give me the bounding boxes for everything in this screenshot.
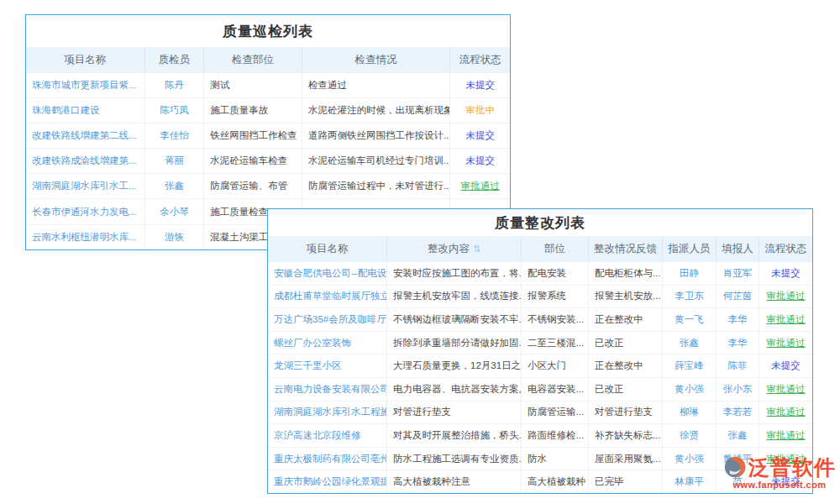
- cell-part: 不锈钢安装...: [522, 308, 589, 331]
- cell-project[interactable]: 珠海鹤港口建设: [26, 98, 145, 123]
- column-header-status: 流程状态: [450, 47, 510, 72]
- table-row: 湖南洞庭湖水库引水工程施工I标对管进行垫支防腐管运输...对管进行垫支柳琳李若若…: [268, 401, 812, 424]
- quality-rectification-table-panel: 质量整改列表 项目名称整改内容⇅部位整改情况反馈指派人员填报人流程状态 安徽合肥…: [267, 208, 813, 494]
- sort-icon[interactable]: ⇅: [473, 244, 480, 254]
- column-header-label: 填报人: [722, 242, 753, 256]
- cell-project[interactable]: 长春市伊通河水力发电...: [26, 199, 145, 223]
- column-header-reporter: 填报人: [717, 236, 759, 261]
- cell-content: 对管进行垫支: [387, 402, 522, 424]
- cell-part: 防水: [522, 448, 589, 470]
- cell-assignee: 黄小强: [663, 448, 717, 470]
- cell-content: 拆除到承重墙部分请做好加固...: [387, 332, 522, 354]
- cell-project[interactable]: 湖南洞庭湖水库引水工程施工I标: [268, 402, 387, 424]
- cell-project[interactable]: 螺丝厂办公室装饰: [268, 332, 387, 354]
- cell-status[interactable]: 未提交: [450, 73, 510, 97]
- cell-inspector: 蒋丽: [145, 149, 205, 173]
- cell-inspector: 李佳怡: [145, 123, 205, 148]
- column-header-part: 部位: [522, 236, 589, 261]
- cell-content: 报警主机安放牢固，线缆连接...: [387, 286, 522, 308]
- table-row: 螺丝厂办公室装饰拆除到承重墙部分请做好加固...二至三楼混...已改正张鑫李华审…: [268, 331, 812, 354]
- cell-situation: 检查通过: [302, 73, 450, 97]
- cell-project[interactable]: 龙湖三千里小区: [268, 354, 387, 377]
- cell-situation: 水泥砼运输车司机经过专门培训...: [302, 149, 450, 173]
- cell-feedback: 报警主机安放...: [589, 286, 663, 308]
- column-header-label: 流程状态: [765, 242, 807, 256]
- column-header-content[interactable]: 整改内容⇅: [387, 236, 522, 261]
- cell-project[interactable]: 重庆市鹅岭公园绿化景观提升...: [268, 470, 387, 493]
- column-header-label: 整改情况反馈: [594, 242, 657, 256]
- cell-assignee: 徐贤: [663, 424, 717, 447]
- cell-project[interactable]: 珠海市城市更新项目紫...: [26, 73, 145, 97]
- cell-part: 二至三楼混...: [522, 332, 589, 354]
- cell-feedback: 已改正: [589, 332, 663, 354]
- column-header-label: 指派人员: [669, 242, 711, 256]
- cell-part: 防腐管运输...: [522, 402, 589, 424]
- cell-part: 铁丝网围挡工作检查: [204, 123, 302, 148]
- cell-status[interactable]: 未提交: [450, 149, 510, 173]
- table-row: 京沪高速北京段维修对其及时开展整治措施，桥头...路面维修检...补齐缺失标志.…: [268, 423, 812, 447]
- cell-reporter: 李华: [717, 332, 759, 354]
- column-header-project: 项目名称: [26, 47, 145, 72]
- cell-project[interactable]: 湖南洞庭湖水库引水工...: [26, 174, 145, 198]
- cell-status[interactable]: 审批通过: [759, 286, 812, 308]
- cell-status[interactable]: 审批通过: [450, 174, 510, 198]
- fanpu-website-url: www.fanpusoft.com: [733, 480, 827, 490]
- cell-project[interactable]: 云南电力设备安装有限公司20...: [268, 378, 387, 401]
- cell-project[interactable]: 改建铁路成渝线增建第...: [26, 149, 145, 173]
- cell-inspector: 张鑫: [145, 174, 205, 198]
- cell-project[interactable]: 万达广场35#会所及咖啡厅空...: [268, 308, 387, 331]
- cell-content: 电力电容器、电抗器安装方案,...: [387, 378, 522, 401]
- cell-project[interactable]: 改建铁路线增建第二线...: [26, 123, 145, 148]
- cell-project[interactable]: 重庆太极制药有限公司亳州中...: [268, 448, 387, 470]
- column-header-label: 整改内容: [428, 242, 470, 256]
- cell-status[interactable]: 未提交: [759, 262, 812, 285]
- cell-reporter: 张鑫: [717, 424, 759, 447]
- column-header-label: 流程状态: [459, 53, 501, 67]
- cell-part: 防腐管运输、布管: [204, 174, 302, 198]
- fanpu-brand-text: 泛普软件: [748, 457, 836, 478]
- cell-status[interactable]: 审批中: [450, 98, 510, 123]
- cell-project[interactable]: 成都杜甫草堂临时展厅独立展...: [268, 286, 387, 308]
- cell-part: 报警系统: [522, 286, 589, 308]
- cell-part: 施工质量事故: [204, 98, 302, 123]
- cell-content: 对其及时开展整治措施，桥头...: [387, 424, 522, 447]
- cell-feedback: 对管进行垫支: [589, 402, 663, 424]
- cell-feedback: 已改正: [589, 378, 663, 401]
- cell-content: 不锈钢边框玻璃隔断安装不牢...: [387, 308, 522, 331]
- column-header-status: 流程状态: [759, 236, 812, 261]
- table-row: 云南电力设备安装有限公司20...电力电容器、电抗器安装方案,...电容器安装.…: [268, 377, 812, 401]
- cell-status[interactable]: 审批通过: [759, 332, 812, 354]
- cell-status[interactable]: 审批通过: [759, 424, 812, 447]
- cell-content: 防水工程施工选调有专业资质...: [387, 448, 522, 470]
- cell-project[interactable]: 京沪高速北京段维修: [268, 424, 387, 447]
- cell-assignee: 林康平: [663, 470, 717, 493]
- cell-assignee: 黄小强: [663, 378, 717, 401]
- table-row: 龙湖三千里小区大理石质量更换，12月31日之...小区大门正在整改中薛宝峰陈菲未…: [268, 354, 812, 377]
- cell-inspector: 陈巧凤: [145, 98, 205, 123]
- table-title: 质量巡检列表: [26, 15, 510, 47]
- cell-situation: 道路两侧铁丝网围挡工作按设计...: [302, 123, 450, 148]
- column-header-label: 质检员: [159, 53, 191, 67]
- cell-status[interactable]: 未提交: [759, 354, 812, 377]
- cell-status[interactable]: 审批通过: [759, 308, 812, 331]
- cell-inspector: 游恢: [145, 225, 205, 249]
- cell-status[interactable]: 审批通过: [759, 402, 812, 424]
- column-header-label: 检查情况: [355, 53, 397, 67]
- cell-part: 小区大门: [522, 354, 589, 377]
- cell-part: 配电安装: [522, 262, 589, 285]
- cell-reporter: 肖亚军: [717, 262, 759, 285]
- cell-part: 高大植被栽种: [522, 470, 589, 493]
- cell-status[interactable]: 审批通过: [759, 378, 812, 401]
- cell-assignee: 薛宝峰: [663, 354, 717, 377]
- fanpu-logo-icon: [723, 455, 747, 479]
- table-row: 安徽合肥供电公司--配电设备...安装时应按施工图的布置，将...配电安装配电柜…: [268, 261, 812, 285]
- cell-assignee: 柳琳: [663, 402, 717, 424]
- table-row: 成都杜甫草堂临时展厅独立展...报警主机安放牢固，线缆连接...报警系统报警主机…: [268, 285, 812, 308]
- table-row: 湖南洞庭湖水库引水工...张鑫防腐管运输、布管防腐管运输过程中，未对管进行...…: [26, 173, 510, 198]
- column-header-project: 项目名称: [268, 236, 387, 261]
- cell-feedback: 屋面采用聚氨...: [589, 448, 663, 470]
- cell-status[interactable]: 未提交: [450, 123, 510, 148]
- table-header-row: 项目名称整改内容⇅部位整改情况反馈指派人员填报人流程状态: [268, 236, 812, 261]
- cell-project[interactable]: 安徽合肥供电公司--配电设备...: [268, 262, 387, 285]
- cell-project[interactable]: 云南水利枢纽潜明水库...: [26, 225, 145, 249]
